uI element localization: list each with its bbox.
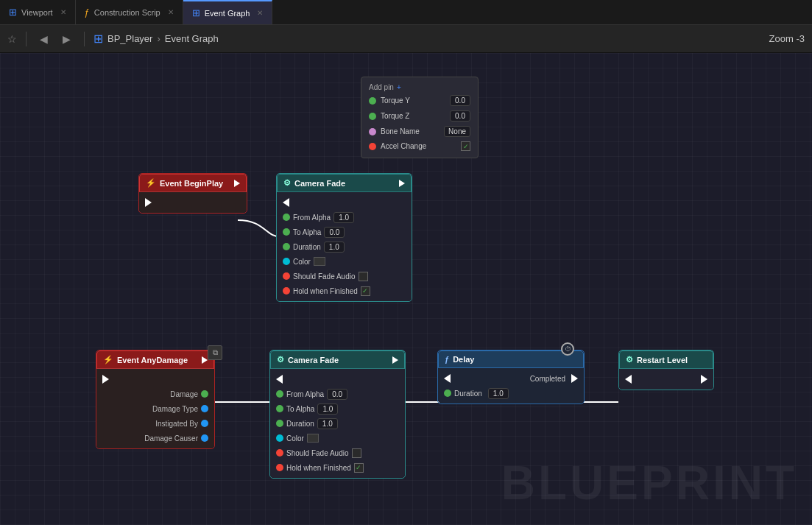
camera-fade-1-from-alpha-row: From Alpha 1.0 <box>277 210 412 225</box>
breadcrumb-class[interactable]: BP_Player <box>107 33 152 44</box>
tab-construction[interactable]: ƒ Construction Scrip ✕ <box>76 0 183 24</box>
event-any-damage-exec-out <box>202 356 208 364</box>
camera-fade-2-duration-val[interactable]: 1.0 <box>317 418 338 429</box>
nav-back-button[interactable]: ◀ <box>35 32 52 46</box>
tab-construction-close[interactable]: ✕ <box>168 8 174 16</box>
tab-viewport[interactable]: ⊞ Viewport ✕ <box>0 0 76 24</box>
node-camera-fade-1: ⚙ Camera Fade From Alpha 1.0 To Al <box>276 173 412 302</box>
camera-fade-2-from-alpha-pin <box>276 390 283 398</box>
camera-fade-1-hwf-checkbox[interactable] <box>361 286 370 296</box>
camera-fade-1-duration-pin <box>283 243 290 250</box>
bone-name-pin <box>369 128 376 135</box>
tab-construction-label: Construction Scrip <box>94 8 160 17</box>
event-any-damage-instigated-label: Instigated By <box>102 420 198 428</box>
camera-fade-2-hwf-checkbox[interactable] <box>354 463 364 473</box>
delay-border: ƒ Delay Completed Duration 1.0 <box>437 350 585 404</box>
camera-fade-2-exec-row <box>270 372 405 387</box>
popup-torque-z: Torque Z 0.0 <box>361 108 478 124</box>
popup-torque-y: Torque Y 0.0 <box>361 93 478 108</box>
nav-bar: ☆ ◀ ▶ ⊞ BP_Player › Event Graph Zoom -3 <box>0 25 812 53</box>
event-any-damage-pin-out <box>102 375 109 384</box>
camera-fade-2-border: ⚙ Camera Fade From Alpha 0.0 To Alpha <box>269 350 406 479</box>
popup-torque-z-label: Torque Z <box>381 112 445 120</box>
event-any-damage-instigated-pin <box>201 420 208 427</box>
camera-fade-2-color-pin <box>276 434 283 442</box>
camera-fade-2-color-row: Color <box>270 431 405 445</box>
viewport-tab-icon: ⊞ <box>9 7 17 18</box>
bone-name-val[interactable]: None <box>444 126 470 137</box>
camera-fade-2-color-val[interactable] <box>307 434 319 443</box>
event-any-damage-damage-row: Damage <box>96 387 214 401</box>
restart-level-pin-in <box>625 375 632 384</box>
camera-fade-1-to-alpha-val[interactable]: 0.0 <box>324 227 345 238</box>
camera-fade-1-to-alpha-label: To Alpha <box>293 228 321 236</box>
accel-change-checkbox[interactable] <box>461 141 470 151</box>
event-any-damage-causer-row: Damage Causer <box>96 431 214 445</box>
camera-fade-1-from-alpha-label: From Alpha <box>293 214 331 222</box>
camera-fade-2-color-label: Color <box>286 434 304 443</box>
delay-title: Delay <box>453 355 474 364</box>
event-begin-play-exec-out <box>234 180 240 187</box>
camera-fade-1-color-val[interactable] <box>314 257 325 266</box>
camera-fade-1-from-alpha-val[interactable]: 1.0 <box>333 212 354 223</box>
camera-fade-1-border: ⚙ Camera Fade From Alpha 1.0 To Al <box>276 173 412 302</box>
node-delay: ƒ Delay Completed Duration 1.0 ⏱ <box>437 350 585 404</box>
delay-icon: ƒ <box>445 355 449 364</box>
event-icon: ⚡ <box>146 178 156 188</box>
camera-fade-2-header[interactable]: ⚙ Camera Fade <box>270 350 405 369</box>
event-begin-play-header[interactable]: ⚡ Event BeginPlay <box>139 174 247 192</box>
camera-fade-1-sfa-checkbox[interactable] <box>359 272 368 281</box>
camera-fade-1-sfa-label: Should Fade Audio <box>293 272 356 281</box>
camera-fade-1-body: From Alpha 1.0 To Alpha 0.0 Duration 1.0 <box>277 192 412 301</box>
torque-z-pin <box>369 113 376 120</box>
camera-fade-1-duration-label: Duration <box>293 243 321 251</box>
camera-fade-1-exec-out <box>399 180 405 187</box>
event-any-damage-header[interactable]: ⚡ Event AnyDamage <box>96 350 214 369</box>
camera-fade-1-to-alpha-pin <box>283 228 290 236</box>
event-any-damage-type-label: Damage Type <box>102 405 198 413</box>
nav-forward-button[interactable]: ▶ <box>58 32 75 46</box>
torque-y-val[interactable]: 0.0 <box>450 95 470 106</box>
delay-duration-val[interactable]: 1.0 <box>488 388 509 399</box>
event-any-damage-type-pin <box>201 405 208 412</box>
delay-completed-label: Completed <box>453 375 565 383</box>
event-any-damage-icon: ⚡ <box>103 355 113 364</box>
restart-level-header[interactable]: ⚙ Restart Level <box>619 350 713 369</box>
event-any-damage-damage-pin <box>201 390 208 398</box>
add-pin-plus-icon[interactable]: + <box>397 83 401 91</box>
camera-fade-1-duration-val[interactable]: 1.0 <box>324 242 345 253</box>
delay-exec-row: Completed <box>438 371 584 386</box>
accel-change-pin <box>369 143 376 150</box>
camera-fade-2-icon: ⚙ <box>277 355 284 364</box>
restart-level-pin-out <box>701 375 707 384</box>
tab-event-graph[interactable]: ⊞ Event Graph ✕ <box>183 0 273 24</box>
camera-fade-2-to-alpha-val[interactable]: 1.0 <box>317 404 338 415</box>
torque-y-pin <box>369 97 376 105</box>
delay-pin-in <box>444 374 451 383</box>
event-any-damage-type-row: Damage Type <box>96 401 214 416</box>
favorite-icon[interactable]: ☆ <box>7 33 17 45</box>
camera-fade-1-header[interactable]: ⚙ Camera Fade <box>277 174 412 192</box>
blueprint-canvas[interactable]: Add pin + Torque Y 0.0 Torque Z 0.0 Bone… <box>0 53 812 525</box>
event-begin-play-title: Event BeginPlay <box>160 179 223 188</box>
camera-fade-2-from-alpha-row: From Alpha 0.0 <box>270 387 405 401</box>
camera-fade-2-from-alpha-val[interactable]: 0.0 <box>327 389 347 400</box>
add-pin-row[interactable]: Add pin + <box>361 82 478 93</box>
tab-event-graph-label: Event Graph <box>205 9 250 18</box>
tab-viewport-label: Viewport <box>21 8 53 17</box>
tab-event-graph-close[interactable]: ✕ <box>257 9 263 17</box>
delay-body: Completed Duration 1.0 <box>438 368 584 404</box>
camera-fade-2-title: Camera Fade <box>288 356 339 364</box>
construction-tab-icon: ƒ <box>85 7 90 18</box>
tab-viewport-close[interactable]: ✕ <box>60 8 66 16</box>
popup-bone-name: Bone Name None <box>361 124 478 139</box>
node-event-begin-play: ⚡ Event BeginPlay <box>138 173 247 214</box>
camera-fade-1-icon: ⚙ <box>283 178 291 188</box>
delay-duration-row: Duration 1.0 <box>438 386 584 401</box>
torque-z-val[interactable]: 0.0 <box>450 110 470 121</box>
node-restart-level: ⚙ Restart Level <box>618 350 714 390</box>
event-any-damage-causer-pin <box>201 434 208 442</box>
add-pin-label: Add pin <box>369 83 394 91</box>
delay-duration-pin <box>444 390 451 397</box>
camera-fade-2-sfa-checkbox[interactable] <box>352 448 361 458</box>
